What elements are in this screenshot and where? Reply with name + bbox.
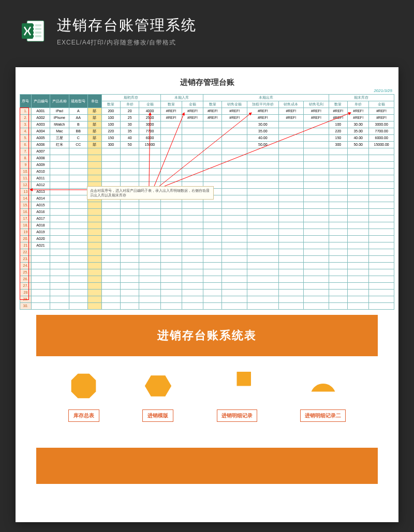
cell[interactable]: [348, 249, 369, 256]
cell[interactable]: [87, 216, 101, 222]
cell[interactable]: [160, 121, 182, 128]
cell[interactable]: [182, 169, 203, 175]
cell[interactable]: [160, 155, 182, 162]
cell[interactable]: [222, 175, 247, 182]
cell[interactable]: [139, 216, 160, 222]
cell[interactable]: [121, 296, 139, 303]
cell[interactable]: [222, 182, 247, 189]
cell[interactable]: [348, 276, 369, 283]
cell[interactable]: [247, 303, 279, 310]
cell[interactable]: [69, 256, 87, 263]
cell[interactable]: [101, 276, 120, 283]
row-seq[interactable]: 21: [20, 242, 32, 249]
cell[interactable]: 220: [101, 128, 120, 135]
cell[interactable]: [69, 175, 87, 182]
cell[interactable]: [139, 256, 160, 263]
cell[interactable]: [222, 276, 247, 283]
cell[interactable]: [203, 175, 222, 182]
cell[interactable]: [31, 269, 50, 276]
cell[interactable]: [278, 148, 304, 155]
cell[interactable]: [182, 121, 203, 128]
cell[interactable]: [87, 290, 101, 296]
cell[interactable]: [247, 169, 279, 175]
cell[interactable]: [50, 155, 69, 162]
cell[interactable]: 40.00: [247, 135, 279, 142]
cell[interactable]: [369, 269, 394, 276]
cell[interactable]: [50, 209, 69, 216]
cell[interactable]: [121, 162, 139, 169]
cell[interactable]: [348, 303, 369, 310]
cell[interactable]: [278, 222, 304, 229]
cell[interactable]: [203, 229, 222, 236]
cell[interactable]: [348, 229, 369, 236]
cell[interactable]: [348, 182, 369, 189]
cell[interactable]: [278, 209, 304, 216]
cell[interactable]: [222, 128, 247, 135]
cell[interactable]: [160, 236, 182, 242]
cell[interactable]: [182, 135, 203, 142]
cell[interactable]: 50.00: [247, 142, 279, 148]
cell[interactable]: [69, 303, 87, 310]
cell[interactable]: [50, 195, 69, 202]
cell[interactable]: [50, 222, 69, 229]
cell[interactable]: [69, 249, 87, 256]
cell[interactable]: [329, 283, 347, 290]
cell[interactable]: [278, 121, 304, 128]
cell[interactable]: [222, 216, 247, 222]
cell[interactable]: [87, 209, 101, 216]
cell[interactable]: [182, 175, 203, 182]
cell[interactable]: [87, 242, 101, 249]
cell[interactable]: 15000: [139, 142, 160, 148]
cell[interactable]: [304, 256, 329, 263]
cell[interactable]: [329, 276, 347, 283]
cell[interactable]: #REF!: [348, 108, 369, 115]
cell[interactable]: [348, 222, 369, 229]
cell[interactable]: [182, 148, 203, 155]
cell[interactable]: [304, 303, 329, 310]
cell[interactable]: [139, 242, 160, 249]
cell[interactable]: [87, 303, 101, 310]
cell[interactable]: C: [69, 135, 87, 142]
cell[interactable]: [329, 296, 347, 303]
cell[interactable]: [369, 236, 394, 242]
cell[interactable]: [50, 175, 69, 182]
cell[interactable]: [101, 202, 120, 209]
cell[interactable]: #REF!: [182, 115, 203, 121]
cell[interactable]: [304, 202, 329, 209]
cell[interactable]: [247, 202, 279, 209]
cell[interactable]: [222, 162, 247, 169]
cell[interactable]: [304, 263, 329, 269]
cell[interactable]: #REF!: [329, 108, 347, 115]
cell[interactable]: [69, 269, 87, 276]
cell[interactable]: [348, 236, 369, 242]
cell[interactable]: [101, 148, 120, 155]
cell[interactable]: [304, 242, 329, 249]
cell[interactable]: [69, 209, 87, 216]
row-seq[interactable]: 20.: [20, 236, 32, 242]
cell[interactable]: [348, 290, 369, 296]
cell[interactable]: [278, 249, 304, 256]
cell[interactable]: [304, 296, 329, 303]
cell[interactable]: [278, 195, 304, 202]
cell[interactable]: 200: [101, 108, 120, 115]
cell[interactable]: 50: [121, 142, 139, 148]
cell[interactable]: [278, 175, 304, 182]
cell[interactable]: [101, 175, 120, 182]
cell[interactable]: [160, 169, 182, 175]
cell[interactable]: [304, 182, 329, 189]
cell[interactable]: [50, 290, 69, 296]
cell[interactable]: [139, 263, 160, 269]
cell[interactable]: [50, 216, 69, 222]
cell[interactable]: [160, 283, 182, 290]
cell[interactable]: [329, 256, 347, 263]
cell[interactable]: 3000: [139, 121, 160, 128]
cell[interactable]: [304, 195, 329, 202]
cell[interactable]: [87, 169, 101, 175]
cell[interactable]: A017: [31, 216, 50, 222]
row-seq[interactable]: 2.: [20, 115, 32, 121]
cell[interactable]: [160, 222, 182, 229]
cell[interactable]: 6000.00: [369, 135, 394, 142]
cell[interactable]: #REF!: [222, 115, 247, 121]
cell[interactable]: [160, 229, 182, 236]
cell[interactable]: #REF!: [247, 108, 279, 115]
